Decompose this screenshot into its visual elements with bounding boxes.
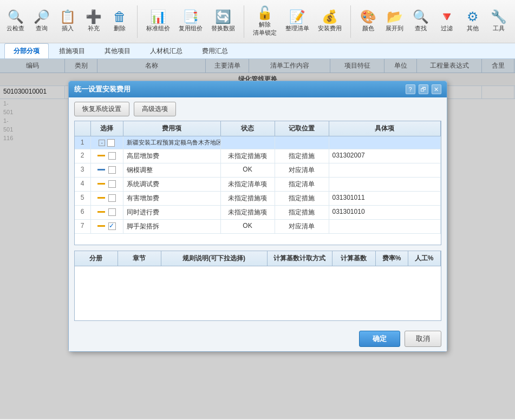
row-select-2[interactable] bbox=[91, 149, 123, 163]
row-num-1: 1 bbox=[75, 136, 91, 149]
row-status-1 bbox=[221, 136, 275, 149]
toolbar-reuse-group[interactable]: 📑 复用组价 bbox=[177, 9, 205, 34]
toolbar-delete[interactable]: 🗑 删除 bbox=[109, 9, 131, 34]
toolbar-tools[interactable]: 🔧 工具 bbox=[488, 9, 510, 34]
check-icon: 🔍 bbox=[8, 10, 24, 23]
toolbar-insert[interactable]: 📋 插入 bbox=[57, 9, 79, 34]
confirm-button[interactable]: 确定 bbox=[359, 331, 400, 347]
checkbox-7[interactable] bbox=[108, 222, 116, 230]
tab-measure[interactable]: 措施项目 bbox=[50, 43, 94, 58]
modal-row-4[interactable]: 4 系统调试费 未指定清单项 指定清单 bbox=[75, 178, 441, 192]
group-collapse-icon[interactable]: - bbox=[99, 140, 105, 146]
dash-orange-6 bbox=[97, 211, 105, 213]
checkbox-1[interactable] bbox=[107, 139, 115, 147]
modal-th-cost: 费用项 bbox=[123, 121, 221, 136]
toolbar-query[interactable]: 🔎 查询 bbox=[31, 9, 53, 34]
checkbox-4[interactable] bbox=[108, 180, 116, 188]
modal-row-3[interactable]: 3 钢模调整 OK 对应清单 bbox=[75, 163, 441, 178]
toolbar-color[interactable]: 🎨 颜色 bbox=[357, 9, 379, 34]
toolbar-release[interactable]: 🔓 解除清单锁定 bbox=[251, 5, 279, 38]
row-detail-6: 031301010 bbox=[329, 206, 441, 219]
tab-part[interactable]: 分部分项 bbox=[4, 43, 49, 58]
modal-footer: 确定 取消 bbox=[69, 326, 447, 351]
tab-cost[interactable]: 费用汇总 bbox=[193, 43, 237, 58]
modal-th-empty bbox=[75, 121, 91, 136]
toolbar-replenish[interactable]: ➕ 补充 bbox=[83, 9, 105, 34]
row-status-4: 未指定清单项 bbox=[221, 178, 275, 191]
modal-help-button[interactable]: ? bbox=[406, 84, 415, 94]
row-status-6: 未指定措施项 bbox=[221, 206, 275, 219]
modal-row-1[interactable]: 1 - 新疆安装工程预算定额乌鲁木齐地区单位估价(2010) bbox=[75, 136, 441, 149]
row-num-5: 5 bbox=[75, 192, 91, 205]
tab-other[interactable]: 其他项目 bbox=[95, 43, 140, 58]
row-select-6[interactable] bbox=[91, 206, 123, 219]
modal-table: 选择 费用项 状态 记取位置 具体项 1 - 新疆安装工程预算定额乌鲁木齐地区单… bbox=[74, 121, 441, 245]
toolbar: 🔍 云检查 🔎 查询 📋 插入 ➕ 补充 🗑 删除 📊 标准组价 📑 复用组价 … bbox=[0, 0, 515, 43]
row-num-6: 6 bbox=[75, 206, 91, 219]
row-select-1[interactable]: - bbox=[91, 136, 123, 149]
checkbox-5[interactable] bbox=[108, 194, 116, 202]
tools-icon: 🔧 bbox=[491, 10, 507, 23]
sep1 bbox=[137, 5, 138, 38]
row-position-4: 指定清单 bbox=[275, 178, 329, 191]
row-position-6: 指定措施 bbox=[275, 206, 329, 219]
modal-th-position: 记取位置 bbox=[275, 121, 329, 136]
install-cost-icon: 💰 bbox=[322, 10, 338, 23]
check-label: 云检查 bbox=[6, 24, 24, 32]
row-name-7: 脚手架搭拆 bbox=[123, 220, 221, 233]
cancel-button[interactable]: 取消 bbox=[405, 331, 441, 347]
checkbox-6[interactable] bbox=[108, 208, 116, 216]
modal-table-header: 选择 费用项 状态 记取位置 具体项 bbox=[75, 121, 441, 136]
row-select-3[interactable] bbox=[91, 163, 123, 177]
dash-orange-4 bbox=[97, 183, 105, 185]
checkbox-3[interactable] bbox=[108, 166, 116, 174]
toolbar-check[interactable]: 🔍 云检查 bbox=[4, 9, 27, 34]
modal-th-select: 选择 bbox=[91, 121, 123, 136]
modal-restore-button[interactable]: 🗗 bbox=[419, 84, 428, 94]
modal-row-7[interactable]: 7 脚手架搭拆 OK 对应清单 bbox=[75, 220, 441, 234]
modal-row-2[interactable]: 2 高层增加费 未指定措施项 指定措施 031302007 bbox=[75, 149, 441, 163]
bottom-th-册: 分册 bbox=[75, 251, 118, 266]
color-icon: 🎨 bbox=[360, 10, 376, 23]
bottom-th-人工: 人工% bbox=[408, 251, 441, 266]
row-select-5[interactable] bbox=[91, 192, 123, 205]
bottom-th-计取方式: 计算基数计取方式 bbox=[268, 251, 333, 266]
modal-row-6[interactable]: 6 同时进行费 未指定措施项 指定措施 031301010 bbox=[75, 206, 441, 220]
toolbar-clean-list[interactable]: 📝 整理清单 bbox=[283, 9, 311, 34]
row-detail-4 bbox=[329, 178, 441, 191]
toolbar-others[interactable]: ⚙ 其他 bbox=[462, 9, 484, 34]
row-num-7: 7 bbox=[75, 220, 91, 233]
modal-toolbar: 恢复系统设置 高级选项 bbox=[69, 97, 447, 121]
row-position-7: 对应清单 bbox=[275, 220, 329, 233]
modal-row-5[interactable]: 5 有害增加费 未指定措施项 指定措施 031301011 bbox=[75, 192, 441, 206]
bottom-th-章节: 章节 bbox=[118, 251, 161, 266]
tab-labor[interactable]: 人材机汇总 bbox=[141, 43, 192, 58]
modal-table-body[interactable]: 1 - 新疆安装工程预算定额乌鲁木齐地区单位估价(2010) 2 bbox=[75, 136, 441, 245]
toolbar-install-cost[interactable]: 💰 安装费用 bbox=[316, 9, 344, 34]
modal-close-button[interactable]: ✕ bbox=[432, 84, 441, 94]
modal-title-bar: 统一设置安装费用 ? 🗗 ✕ bbox=[69, 81, 447, 97]
modal-bottom-panel: 分册 章节 规则说明(可下拉选择) 计算基数计取方式 计算基数 费率% 人工% bbox=[74, 251, 441, 321]
toolbar-replace-data[interactable]: 🔄 替换数据 bbox=[209, 9, 237, 34]
toolbar-find[interactable]: 🔍 查找 bbox=[410, 9, 432, 34]
row-position-2: 指定措施 bbox=[275, 149, 329, 163]
advanced-options-button[interactable]: 高级选项 bbox=[134, 102, 176, 116]
restore-settings-button[interactable]: 恢复系统设置 bbox=[74, 102, 129, 116]
toolbar-standard-group[interactable]: 📊 标准组价 bbox=[144, 9, 172, 34]
row-position-5: 指定措施 bbox=[275, 192, 329, 205]
bottom-th-基数: 计算基数 bbox=[333, 251, 376, 266]
dash-blue-3 bbox=[97, 169, 105, 170]
bottom-th-费率: 费率% bbox=[376, 251, 408, 266]
toolbar-filter[interactable]: 🔻 过滤 bbox=[436, 9, 458, 34]
row-position-1 bbox=[275, 136, 329, 149]
replace-data-icon: 🔄 bbox=[215, 10, 231, 23]
row-select-4[interactable] bbox=[91, 178, 123, 191]
row-detail-1 bbox=[329, 136, 441, 149]
reuse-group-icon: 📑 bbox=[182, 10, 199, 23]
query-icon: 🔎 bbox=[34, 10, 50, 23]
checkbox-2[interactable] bbox=[108, 152, 116, 160]
row-select-7[interactable] bbox=[91, 220, 123, 233]
dash-orange-7 bbox=[97, 225, 105, 227]
modal-title: 统一设置安装费用 bbox=[74, 84, 131, 94]
toolbar-expand[interactable]: 📂 展开到 bbox=[383, 9, 406, 34]
